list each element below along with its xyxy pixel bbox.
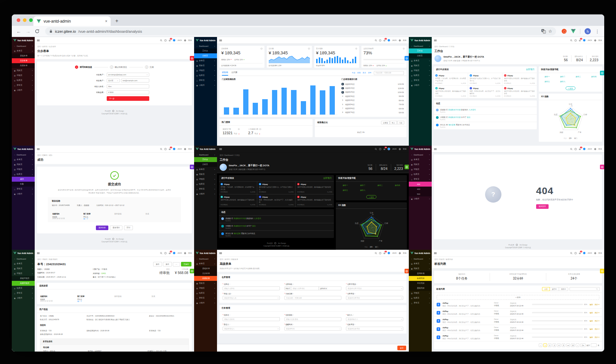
back-to-list-button[interactable]: 返回列表 [96, 226, 108, 230]
quick-op-link[interactable]: 操作二 [354, 183, 371, 188]
github-icon[interactable] [274, 242, 276, 244]
app-logo[interactable]: Vue Antd Admin [409, 250, 432, 256]
date-range-picker[interactable]: 开始日期 ~ 结束日期 [374, 71, 404, 75]
edit-link[interactable]: 编辑 [589, 320, 593, 322]
close-window-button[interactable] [17, 18, 20, 22]
github-icon[interactable] [112, 238, 114, 240]
form-input[interactable]: 请选择任务类型 ▾ [346, 327, 403, 331]
quick-op-link[interactable]: 操作二 [555, 74, 571, 79]
sidebar-item[interactable]: 500 [409, 191, 432, 196]
sidebar-item[interactable]: 标准列表 [409, 276, 432, 281]
form-input[interactable]: 请输入任务描述 [284, 317, 342, 321]
more-link[interactable]: 更多 ▾ [595, 328, 599, 330]
page-button[interactable]: 5 [562, 343, 565, 347]
user-avatar[interactable] [173, 252, 175, 254]
theme-settings-button[interactable] [190, 56, 194, 61]
page-size-select[interactable]: 5 ▾ [580, 343, 586, 347]
language-globe-icon[interactable] [399, 148, 401, 150]
menu-fold-icon[interactable] [37, 252, 40, 254]
menu-fold-icon[interactable] [219, 148, 222, 150]
project-card[interactable]: 支Alipay 那时候我只会想自己想要什么，从不想自己拥有什么 科学搬砖组9小时… [468, 73, 502, 86]
sidebar-item[interactable]: ▦列表页▾ [194, 281, 217, 286]
sidebar-item[interactable]: ▣小组件▾ [12, 296, 35, 300]
sidebar-item[interactable]: ▣小组件▾ [194, 191, 217, 196]
sidebar-item[interactable]: ○Dashboard▾ [194, 256, 217, 261]
page-button[interactable]: › [576, 343, 579, 347]
theme-settings-button[interactable] [405, 269, 409, 273]
user-avatar[interactable] [388, 252, 390, 254]
activity-link[interactable]: 项目进展 [448, 124, 456, 126]
github-icon[interactable] [112, 110, 114, 112]
sidebar-item[interactable]: 成功 [12, 177, 35, 182]
app-logo[interactable]: Vue Antd Admin [194, 37, 217, 44]
form-input[interactable]: http:// 请输入仓库域名 .github.io [284, 286, 342, 290]
breadcrumb[interactable]: 首页 / Dashboard / 工作台 [434, 45, 602, 49]
reload-button[interactable] [35, 29, 40, 34]
app-logo[interactable]: Vue Antd Admin [409, 146, 432, 152]
sidebar-item[interactable]: ◎结果页▾ [409, 73, 432, 78]
form-input[interactable]: 请选择执行人 ▾ [346, 317, 403, 321]
legend-item[interactable]: 个人 [365, 246, 368, 248]
activity-link[interactable]: 留言 [252, 225, 256, 227]
breadcrumb[interactable]: 首页 / 表单页 / 高级表单 [220, 258, 406, 262]
form-input[interactable]: 请选择时间 ○ [284, 327, 342, 331]
sidebar-item[interactable]: ▦列表页▴ [409, 266, 432, 271]
receiver-name-input[interactable]: Alex [107, 84, 149, 88]
chart-tab[interactable]: 访问量 [231, 70, 238, 76]
user-avatar[interactable] [388, 39, 390, 42]
quick-op-link[interactable]: 操作一 [336, 183, 354, 188]
info-icon[interactable]: i [308, 48, 310, 50]
language-label[interactable]: 简体 [403, 148, 407, 150]
theme-settings-button[interactable] [600, 165, 604, 169]
submit-button[interactable]: 提交 [397, 346, 406, 350]
sidebar-item[interactable]: 基础详情页 [12, 276, 35, 281]
quick-op-link[interactable]: 操作一 [539, 74, 555, 79]
address-bar[interactable]: iczer.gitee.io/vue-antd-admin/#/dashboar… [45, 27, 556, 35]
page-button[interactable]: 4 [557, 343, 561, 347]
sidebar-item[interactable]: △异常页▾ [409, 78, 432, 83]
menu-fold-icon[interactable] [434, 40, 437, 41]
jump-input[interactable] [591, 343, 597, 347]
menu-fold-icon[interactable] [434, 148, 437, 150]
quick-op-link[interactable]: 操作六 [354, 188, 371, 193]
activity-link[interactable]: 高逼格设计天团 [234, 225, 246, 227]
sidebar-item[interactable]: ▤表单页▴ [194, 261, 217, 266]
quick-op-link[interactable]: 操作三 [371, 183, 389, 188]
sidebar-item[interactable]: △异常页▾ [12, 187, 35, 191]
sidebar-item[interactable]: 查询表格 [409, 271, 432, 276]
notification-bell-icon[interactable]: 13 [169, 39, 171, 42]
question-icon[interactable]: ? [164, 252, 167, 254]
sidebar-item[interactable]: 卡片列表 [409, 281, 432, 286]
language-label[interactable]: 简体 [403, 252, 407, 254]
channel-filter-button[interactable]: 全渠道 [381, 121, 390, 124]
breadcrumb[interactable]: 首页 / 详情页 / 高级详情页 [37, 258, 191, 262]
sidebar-item[interactable]: ○Dashboard▴ [194, 44, 217, 48]
sidebar-item[interactable]: 高级详情页 [12, 281, 35, 286]
info-icon[interactable]: i [355, 48, 357, 50]
app-logo[interactable]: Vue Antd Admin [194, 146, 217, 152]
page-button[interactable]: 1 [543, 343, 547, 347]
language-label[interactable]: 简体 [403, 39, 407, 42]
activity-link[interactable]: 高逼格设计天团 [234, 217, 246, 219]
sidebar-item[interactable]: ▣小组件▾ [409, 196, 432, 201]
main-action-button[interactable]: 主操作 [181, 262, 192, 266]
add-operation-button[interactable]: + 添加 [366, 195, 376, 199]
page-button[interactable]: ••• [566, 343, 570, 347]
sidebar-item[interactable]: 高级表单 [194, 276, 217, 281]
edit-link[interactable]: 编辑 [589, 336, 593, 338]
question-icon[interactable]: ? [574, 39, 577, 42]
forward-button[interactable]: → [26, 29, 30, 34]
question-icon[interactable]: ? [379, 252, 381, 254]
sidebar-item[interactable]: ◎结果页▾ [409, 296, 432, 300]
sidebar-item[interactable]: 分析页 [194, 53, 217, 58]
footer-link-ant[interactable]: Ant Design [278, 242, 286, 244]
translate-icon[interactable]: A文 [541, 29, 546, 34]
search-icon[interactable] [570, 252, 572, 254]
quick-op-link[interactable]: 操作五 [336, 188, 354, 193]
sidebar-item[interactable]: ◎结果页▴ [12, 172, 35, 177]
filter-button[interactable]: 等待中 [559, 287, 568, 291]
sidebar-item[interactable]: ▤表单页▾ [12, 261, 35, 266]
back-home-button[interactable]: 返回首页 [536, 204, 549, 209]
sidebar-item[interactable]: ▧详情页▾ [194, 286, 217, 291]
minimize-window-button[interactable] [23, 18, 27, 22]
